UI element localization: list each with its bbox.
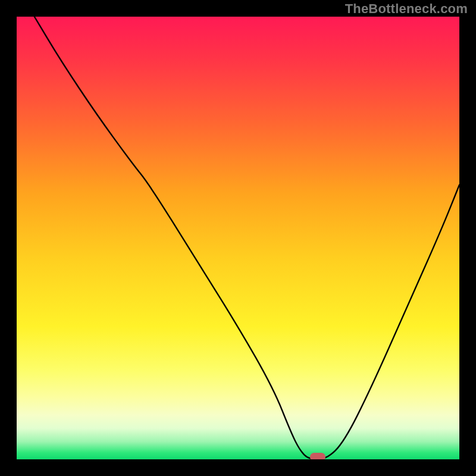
chart-frame: TheBottleneck.com xyxy=(0,0,476,476)
watermark-text: TheBottleneck.com xyxy=(345,1,468,17)
plot-area xyxy=(17,17,459,459)
optimal-marker xyxy=(310,453,325,459)
bottleneck-curve xyxy=(17,17,459,459)
curve-path xyxy=(35,17,459,459)
